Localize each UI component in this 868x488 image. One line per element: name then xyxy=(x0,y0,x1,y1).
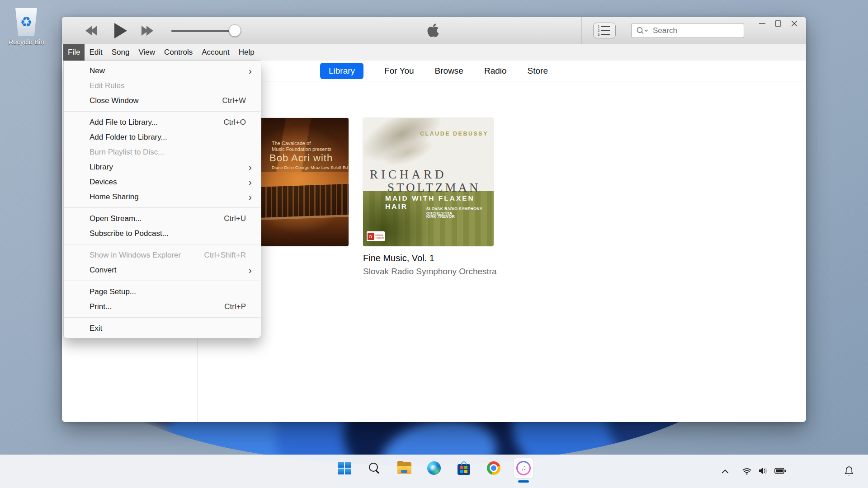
tab-store[interactable]: Store xyxy=(528,66,548,76)
conductor-text: KIRK TREVOR xyxy=(426,214,455,219)
volume-slider-track[interactable] xyxy=(171,30,237,32)
tray-chevron-up-icon[interactable] xyxy=(722,468,729,476)
menu-separator xyxy=(64,317,260,318)
artist-name-line1: RICHARD xyxy=(370,168,447,182)
minimize-button[interactable] xyxy=(756,18,768,29)
apple-logo-icon xyxy=(427,23,439,40)
album-caption-artist[interactable]: Slovak Radio Symphony Orchestra xyxy=(363,267,497,277)
search-icon xyxy=(368,462,381,474)
menubar-item-song[interactable]: Song xyxy=(107,44,134,61)
active-app-indicator xyxy=(518,480,529,483)
menubar-item-edit[interactable]: Edit xyxy=(85,44,107,61)
menubar-item-help[interactable]: Help xyxy=(234,44,259,61)
submenu-chevron-icon: › xyxy=(249,265,252,275)
itunes-window: 1 2 3 File xyxy=(62,17,806,422)
menu-item-edit-rules: Edit Rules xyxy=(64,78,261,93)
next-track-button[interactable] xyxy=(142,17,151,44)
menu-item-new[interactable]: New › xyxy=(64,63,261,78)
battery-icon[interactable] xyxy=(774,467,786,476)
menu-item-add-folder-to-library[interactable]: Add Folder to Library... xyxy=(64,130,261,145)
search-box[interactable] xyxy=(631,23,744,38)
menu-item-close-window[interactable]: Close Window Ctrl+W xyxy=(64,93,261,108)
album-title-text: Bob Acri with xyxy=(269,152,333,164)
menu-separator xyxy=(64,111,260,112)
menu-item-home-sharing[interactable]: Home Sharing › xyxy=(64,189,261,204)
menu-item-print[interactable]: Print... Ctrl+P xyxy=(64,299,261,314)
menu-item-devices[interactable]: Devices › xyxy=(64,174,261,189)
menu-bar: File Edit Song View Controls Account Hel… xyxy=(62,44,806,61)
close-button[interactable] xyxy=(788,18,800,29)
edge-button[interactable] xyxy=(424,458,444,478)
start-button[interactable] xyxy=(335,458,354,478)
tab-browse[interactable]: Browse xyxy=(435,66,463,76)
recycle-bin-desktop-icon[interactable]: ♻ Recycle Bin xyxy=(6,8,47,46)
submenu-chevron-icon: › xyxy=(249,162,252,172)
up-next-list-button[interactable]: 1 2 3 xyxy=(593,23,616,38)
menubar-item-view[interactable]: View xyxy=(134,44,160,61)
taskbar-search-button[interactable] xyxy=(364,458,384,478)
microsoft-store-button[interactable] xyxy=(454,458,474,478)
submenu-chevron-icon: › xyxy=(249,192,252,202)
menubar-item-account[interactable]: Account xyxy=(197,44,234,61)
menu-separator xyxy=(64,281,260,281)
windows-start-icon xyxy=(338,462,351,474)
artist-name-line2: STOLTZMAN xyxy=(387,181,481,195)
titlebar: 1 2 3 xyxy=(62,17,806,44)
chrome-icon xyxy=(487,461,500,475)
tab-radio[interactable]: Radio xyxy=(484,66,507,76)
menu-item-show-in-windows-explorer: Show in Windows Explorer Ctrl+Shift+R xyxy=(64,248,261,263)
maximize-button[interactable] xyxy=(772,18,784,29)
album-art-fine-music[interactable]: CLAUDE DEBUSSY RICHARD STOLTZMAN MAID WI… xyxy=(363,118,494,246)
album-sidemen-text: Diane Delin George Mraz Lew Soloff Ed Th… xyxy=(272,165,348,170)
submenu-chevron-icon: › xyxy=(249,177,252,187)
itunes-button[interactable]: ♫ xyxy=(514,458,533,478)
volume-slider-thumb[interactable] xyxy=(229,24,241,37)
taskbar-center-icons: ♫ xyxy=(330,458,538,478)
volume-icon[interactable] xyxy=(758,466,769,477)
chrome-button[interactable] xyxy=(484,458,504,478)
menu-item-convert[interactable]: Convert › xyxy=(64,263,261,277)
folder-icon xyxy=(397,462,411,474)
play-button[interactable] xyxy=(114,17,127,44)
file-menu-dropdown: New › Edit Rules Close Window Ctrl+W Add… xyxy=(63,61,261,338)
menubar-item-file[interactable]: File xyxy=(63,44,85,61)
album-presenter-text: The Cavalcade of Music Foundation presen… xyxy=(272,141,331,152)
titlebar-divider xyxy=(286,17,286,44)
titlebar-divider xyxy=(581,17,582,44)
record-label-logo: n Navona Records xyxy=(367,231,385,241)
notification-bell-icon[interactable] xyxy=(844,465,854,478)
edge-icon xyxy=(427,461,441,475)
menu-item-page-setup[interactable]: Page Setup... xyxy=(64,284,261,299)
composer-text: CLAUDE DEBUSSY xyxy=(420,131,488,137)
tab-for-you[interactable]: For You xyxy=(384,66,414,76)
menubar-item-controls[interactable]: Controls xyxy=(160,44,197,61)
tab-library[interactable]: Library xyxy=(320,63,363,79)
search-icon xyxy=(636,26,651,35)
search-input[interactable] xyxy=(651,26,755,35)
recycle-bin-label: Recycle Bin xyxy=(6,38,47,46)
wifi-icon[interactable] xyxy=(742,466,752,477)
recycle-bin-icon: ♻ xyxy=(14,8,38,36)
menu-item-add-file-to-library[interactable]: Add File to Library... Ctrl+O xyxy=(64,115,261,130)
menu-separator xyxy=(64,244,260,244)
album-caption-title[interactable]: Fine Music, Vol. 1 xyxy=(363,253,497,263)
submenu-chevron-icon: › xyxy=(249,66,252,75)
menu-separator xyxy=(64,207,260,208)
itunes-icon: ♫ xyxy=(516,461,531,475)
desktop: ♻ Recycle Bin 1 xyxy=(0,0,868,488)
menu-item-subscribe-to-podcast[interactable]: Subscribe to Podcast... xyxy=(64,226,261,241)
previous-track-button[interactable] xyxy=(87,17,97,44)
menu-item-open-stream[interactable]: Open Stream... Ctrl+U xyxy=(64,211,261,226)
album-caption: Fine Music, Vol. 1 Slovak Radio Symphony… xyxy=(363,253,497,277)
file-explorer-button[interactable] xyxy=(394,458,414,478)
menu-item-exit[interactable]: Exit xyxy=(64,321,261,336)
menu-item-burn-playlist: Burn Playlist to Disc... xyxy=(64,145,261,160)
microsoft-store-icon xyxy=(458,464,470,475)
menu-item-library[interactable]: Library › xyxy=(64,160,261,174)
taskbar: ♫ xyxy=(0,455,868,488)
